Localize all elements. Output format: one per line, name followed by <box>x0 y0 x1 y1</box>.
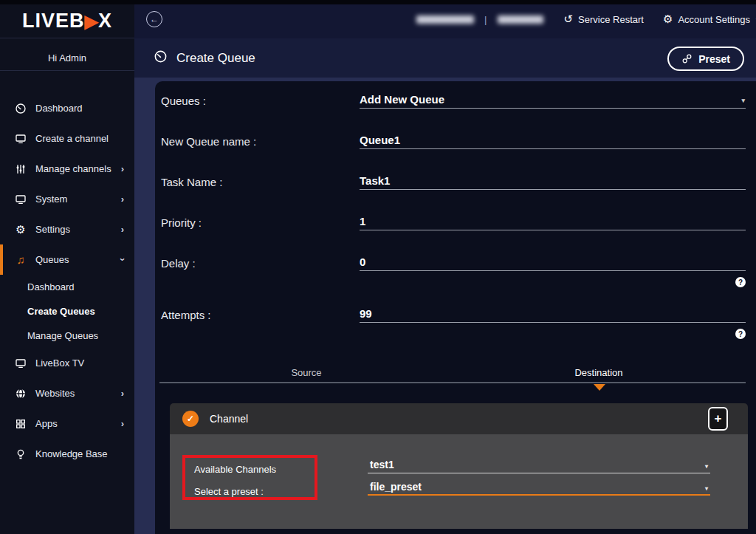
sidebar-item-websites[interactable]: Websites › <box>0 378 134 408</box>
sidebar-item-apps[interactable]: Apps › <box>0 408 134 439</box>
highlight-annotation-box: Available Channels Select a preset : <box>182 455 317 500</box>
sidebar-item-label: Settings <box>35 224 70 235</box>
sidebar-subitem-manage-queues[interactable]: Manage Queues <box>0 324 134 348</box>
sidebar-item-label: LiveBox TV <box>35 357 84 369</box>
gauge-icon <box>154 49 168 66</box>
task-name-input[interactable]: Task1 <box>360 174 746 190</box>
queues-select[interactable]: Add New Queue ▾ <box>360 93 746 109</box>
chevron-right-icon: › <box>121 224 124 235</box>
available-channels-label: Available Channels <box>194 464 276 475</box>
sidebar-item-label: Queues <box>35 254 69 265</box>
sidebar-item-label: Apps <box>35 418 58 429</box>
music-note-icon: ♫ <box>13 253 28 266</box>
available-channels-value: test1 <box>370 459 394 470</box>
greeting-text: Hi Admin <box>0 46 134 71</box>
queues-label: Queues : <box>161 95 206 107</box>
delay-help-icon[interactable]: ? <box>735 277 746 287</box>
sidebar-item-label: Knowledge Base <box>35 448 108 459</box>
sidebar-item-system[interactable]: System › <box>0 184 134 214</box>
preset-button[interactable]: Preset <box>667 47 744 71</box>
new-queue-name-input[interactable]: Queue1 <box>360 134 746 149</box>
attempts-help-icon[interactable]: ? <box>735 329 746 339</box>
page-header: Create Queue Preset <box>134 38 756 78</box>
logo-left: LIVEB <box>22 10 85 32</box>
page-title: Create Queue <box>176 51 255 66</box>
globe-icon <box>13 388 28 400</box>
restart-icon: ↺ <box>564 13 574 26</box>
topbar-right: | ↺ Service Restart ⚙ Account Settings ▾ <box>416 13 756 26</box>
app-window: LIVEB▶X Hi Admin Dashboard Create a chan… <box>0 0 756 534</box>
sidebar-item-manage-channels[interactable]: Manage channels › <box>0 154 134 184</box>
chevron-down-icon: › <box>117 258 128 261</box>
preset-select[interactable]: file_preset ▾ <box>368 481 710 496</box>
grid-icon <box>13 418 28 430</box>
dropdown-arrow-icon: ▾ <box>705 463 708 470</box>
sidebar-item-livebox-tv[interactable]: LiveBox TV <box>0 348 134 378</box>
sidebar: LIVEB▶X Hi Admin Dashboard Create a chan… <box>0 0 134 534</box>
channel-panel-header: ✓ Channel + <box>170 403 748 434</box>
sidebar-item-label: Dashboard <box>35 103 83 114</box>
account-settings-button[interactable]: ⚙ Account Settings <box>663 13 750 26</box>
link-icon <box>681 53 693 64</box>
sidebar-item-knowledge-base[interactable]: Knowledge Base <box>0 439 134 469</box>
channel-panel: ✓ Channel + Available Channels Select a … <box>170 403 748 529</box>
sidebar-item-dashboard[interactable]: Dashboard <box>0 93 134 123</box>
check-icon: ✓ <box>182 411 199 427</box>
gear-icon: ⚙ <box>663 13 673 26</box>
main-area: Queues : Add New Queue ▾ New Queue name … <box>134 78 756 534</box>
sidebar-subitem-label: Manage Queues <box>27 330 98 341</box>
sidebar-item-settings[interactable]: ⚙ Settings › <box>0 214 134 244</box>
new-queue-name-label: New Queue name : <box>161 135 256 148</box>
sidebar-item-label: Manage channels <box>35 163 111 174</box>
channel-panel-title: Channel <box>210 413 248 425</box>
brand-logo-text: LIVEB▶X <box>22 10 112 32</box>
sidebar-item-label: Create a channel <box>35 133 109 144</box>
topbar: ← | ↺ Service Restart ⚙ Account Settings… <box>134 0 756 38</box>
delay-value: 0 <box>360 256 365 268</box>
sliders-icon <box>13 163 28 175</box>
dropdown-arrow-icon: ▾ <box>741 97 745 104</box>
sidebar-menu: Dashboard Create a channel Manage channe… <box>0 93 134 469</box>
tab-destination[interactable]: Destination <box>558 367 639 378</box>
tab-source[interactable]: Source <box>266 367 347 378</box>
sidebar-item-create-a-channel[interactable]: Create a channel <box>0 123 134 154</box>
queues-select-value: Add New Queue <box>360 93 444 106</box>
channel-panel-body: Available Channels Select a preset : tes… <box>170 434 748 529</box>
dropdown-arrow-icon: ▾ <box>705 485 708 492</box>
sidebar-subitem-dashboard[interactable]: Dashboard <box>0 275 134 299</box>
priority-label: Priority : <box>161 216 202 229</box>
logo-right: X <box>98 10 112 32</box>
topbar-separator: | <box>484 14 487 25</box>
sidebar-item-queues[interactable]: ♫ Queues › <box>0 244 134 275</box>
gauge-icon <box>13 103 28 114</box>
delay-label: Delay : <box>161 257 196 270</box>
sidebar-item-label: System <box>35 194 67 205</box>
service-restart-button[interactable]: ↺ Service Restart <box>564 13 644 26</box>
priority-input[interactable]: 1 <box>360 215 746 230</box>
attempts-input[interactable]: 99 <box>360 307 746 323</box>
service-restart-label: Service Restart <box>578 14 644 25</box>
back-icon[interactable]: ← <box>146 11 162 27</box>
sidebar-subitem-create-queues[interactable]: Create Queues <box>0 299 134 324</box>
tab-divider <box>159 382 746 383</box>
priority-value: 1 <box>360 215 365 227</box>
chevron-right-icon: › <box>121 418 124 429</box>
attempts-value: 99 <box>360 307 372 320</box>
delay-input[interactable]: 0 <box>360 256 746 271</box>
sidebar-subitem-label: Create Queues <box>27 306 95 317</box>
chevron-right-icon: › <box>121 163 124 174</box>
monitor-icon <box>13 194 28 205</box>
monitor-icon <box>13 133 28 145</box>
task-name-label: Task Name : <box>161 176 222 188</box>
play-icon: ▶ <box>85 11 98 31</box>
monitor-icon <box>13 357 28 369</box>
redacted-text <box>498 16 543 24</box>
active-tab-indicator <box>594 384 605 391</box>
preset-button-label: Preset <box>698 53 730 65</box>
sidebar-item-label: Websites <box>35 388 75 399</box>
chevron-right-icon: › <box>121 388 124 399</box>
task-name-value: Task1 <box>360 174 390 187</box>
add-channel-button[interactable]: + <box>708 407 728 431</box>
available-channels-select[interactable]: test1 ▾ <box>368 459 710 473</box>
brand-logo[interactable]: LIVEB▶X <box>0 4 134 38</box>
